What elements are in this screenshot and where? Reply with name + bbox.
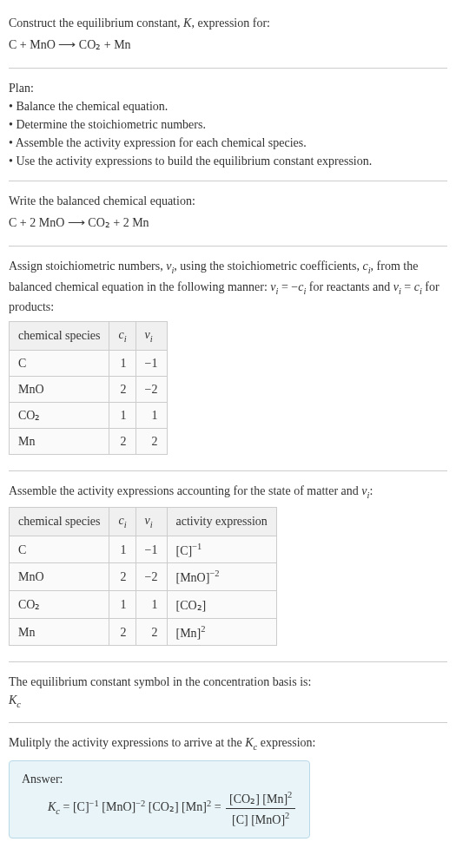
answer-p3: [CO₂]: [145, 801, 178, 814]
stoich-section: Assign stoichiometric numbers, νi, using…: [9, 250, 447, 467]
th-nui: νi: [135, 322, 167, 351]
activity-t1: Assemble the activity expressions accoun…: [9, 484, 361, 497]
multiply-t1: Mulitply the activity expressions to arr…: [9, 736, 245, 749]
divider: [9, 470, 447, 471]
td-nui: −1: [135, 536, 167, 563]
divider: [9, 722, 447, 723]
td-species: CO₂: [10, 591, 109, 619]
symbol-c: c: [17, 700, 21, 709]
symbol-section: The equilibrium constant symbol in the c…: [9, 666, 447, 719]
td-ci: 2: [109, 376, 135, 402]
symbol-K: K: [9, 694, 17, 707]
td-act: [CO₂]: [167, 591, 276, 619]
td-nui: 1: [135, 591, 167, 619]
answer-label: Answer:: [22, 770, 297, 788]
td-nui: −1: [135, 350, 167, 376]
balanced-section: Write the balanced chemical equation: C …: [9, 185, 447, 242]
td-species: MnO: [10, 563, 109, 591]
table-row: CO₂ 1 1: [10, 402, 168, 428]
th-nui-i2: i: [150, 520, 153, 529]
table-header-row: chemical species ci νi activity expressi…: [10, 508, 277, 536]
intro-section: Construct the equilibrium constant, K, e…: [9, 7, 447, 64]
frac-den-base: [C] [MnO]: [232, 813, 285, 826]
answer-K: K: [48, 801, 56, 814]
balanced-equation: C + 2 MnO ⟶ CO₂ + 2 Mn: [9, 214, 447, 232]
act-base: [C]: [176, 543, 193, 556]
th-act: activity expression: [167, 508, 276, 536]
td-species: Mn: [10, 618, 109, 646]
activity-t2: :: [369, 484, 373, 497]
td-ci: 1: [109, 402, 135, 428]
td-nui: 1: [135, 402, 167, 428]
th-nui-i: i: [150, 334, 153, 344]
act-base: [Mn]: [176, 626, 202, 639]
plan-item: Use the activity expressions to build th…: [9, 152, 447, 170]
table-row: Mn 2 2: [10, 428, 168, 454]
td-ci: 1: [109, 536, 135, 563]
td-ci: 2: [109, 428, 135, 454]
td-species: Mn: [10, 428, 109, 454]
stoich-table: chemical species ci νi C 1 −1 MnO 2 −2 C…: [9, 321, 168, 455]
th-nui: νi: [135, 508, 167, 536]
stoich-rel2b: =: [401, 280, 414, 293]
td-ci: 1: [109, 591, 135, 619]
intro-text: Construct the equilibrium constant, K, e…: [9, 14, 447, 32]
answer-p4: [Mn]: [179, 801, 207, 814]
table-header-row: chemical species ci νi: [10, 322, 168, 351]
symbol-text: The equilibrium constant symbol in the c…: [9, 673, 447, 691]
frac-num-base: [CO₂] [Mn]: [229, 792, 287, 806]
td-act: [MnO]−2: [167, 563, 276, 591]
td-species: C: [10, 350, 109, 376]
answer-expression: Kc = [C]−1 [MnO]−2 [CO₂] [Mn]2 = [CO₂] […: [22, 788, 297, 828]
symbol-Kc: Kc: [9, 691, 447, 712]
table-row: MnO 2 −2: [10, 376, 168, 402]
frac-denominator: [C] [MnO]2: [226, 809, 295, 829]
act-base: [MnO]: [176, 571, 210, 584]
th-ci: ci: [109, 508, 135, 536]
activity-table: chemical species ci νi activity expressi…: [9, 507, 277, 646]
td-ci: 2: [109, 618, 135, 646]
frac-den-exp: 2: [285, 811, 289, 820]
act-exp: 2: [201, 624, 205, 634]
th-species: chemical species: [10, 322, 109, 351]
intro-K: K: [183, 16, 191, 30]
activity-section: Assemble the activity expressions accoun…: [9, 475, 447, 659]
td-species: C: [10, 536, 109, 563]
td-nui: 2: [135, 618, 167, 646]
multiply-t2: expression:: [257, 736, 315, 749]
multiply-text: Mulitply the activity expressions to arr…: [9, 733, 447, 754]
answer-eq2: =: [211, 801, 224, 814]
stoich-t1: Assign stoichiometric numbers,: [9, 260, 166, 273]
activity-text: Assemble the activity expressions accoun…: [9, 482, 447, 503]
plan-item: Assemble the activity expression for eac…: [9, 134, 447, 152]
table-row: C 1 −1: [10, 350, 168, 376]
divider: [9, 246, 447, 247]
td-species: MnO: [10, 376, 109, 402]
table-row: C 1 −1 [C]−1: [10, 536, 277, 563]
answer-eq1: =: [60, 801, 73, 814]
plan-section: Plan: Balance the chemical equation. Det…: [9, 72, 447, 177]
divider: [9, 68, 447, 69]
th-ci-i2: i: [124, 520, 127, 529]
stoich-text: Assign stoichiometric numbers, νi, using…: [9, 257, 447, 316]
th-ci: ci: [109, 322, 135, 351]
answer-p2e: −2: [135, 799, 145, 808]
intro-equation: C + MnO ⟶ CO₂ + Mn: [9, 36, 447, 54]
plan-item: Balance the chemical equation.: [9, 97, 447, 115]
multiply-section: Mulitply the activity expressions to arr…: [9, 727, 447, 852]
frac-numerator: [CO₂] [Mn]2: [226, 788, 295, 809]
frac-num-exp: 2: [287, 790, 292, 799]
act-exp: −1: [192, 542, 202, 551]
td-act: [Mn]2: [167, 618, 276, 646]
td-act: [C]−1: [167, 536, 276, 563]
intro-line1b: , expression for:: [191, 16, 270, 30]
th-ci-i: i: [124, 334, 127, 344]
table-row: CO₂ 1 1 [CO₂]: [10, 591, 277, 619]
stoich-t4: for reactants and: [306, 280, 393, 293]
divider: [9, 661, 447, 662]
plan-title: Plan:: [9, 79, 447, 97]
td-ci: 2: [109, 563, 135, 591]
stoich-t2: , using the stoichiometric coefficients,: [174, 260, 362, 273]
intro-line1: Construct the equilibrium constant,: [9, 16, 183, 30]
multiply-K: K: [245, 736, 253, 749]
